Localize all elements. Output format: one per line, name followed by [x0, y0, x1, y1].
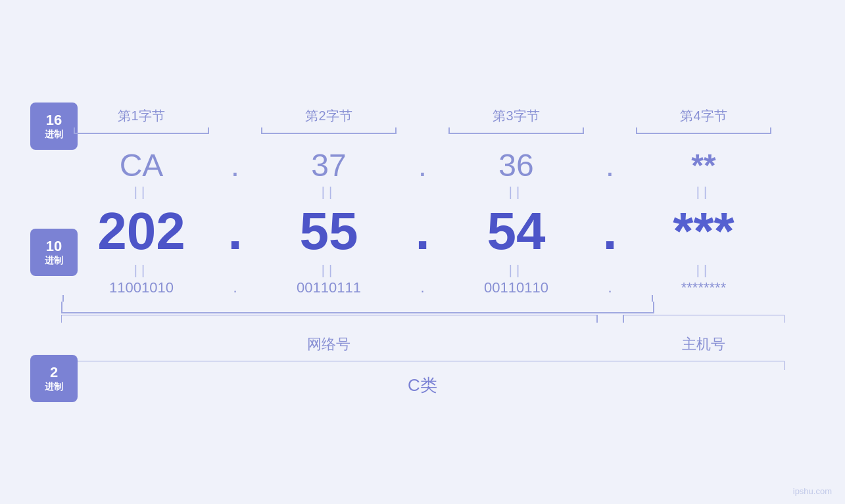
dec-dot1: . — [222, 201, 249, 262]
eq2-b4: || — [623, 263, 785, 278]
dec-dot2: . — [410, 201, 436, 262]
hex-dot3: . — [597, 147, 623, 183]
page-wrapper: 16 进制 10 进制 2 进制 第1字节 第2字节 — [0, 0, 845, 504]
class-label: C类 — [61, 374, 785, 397]
eq1-b3: || — [436, 185, 597, 200]
col-header-byte3: 第3字节 — [436, 107, 597, 138]
col-sep3 — [597, 107, 623, 138]
hex-b4: ** — [623, 147, 785, 183]
dec-label: 10 进制 — [30, 229, 78, 276]
col-header-byte1: 第1字节 — [61, 107, 222, 138]
hex-b2: 37 — [249, 147, 410, 183]
col-sep1 — [222, 107, 249, 138]
hex-dot1: . — [222, 147, 249, 183]
bin-b3: 00110110 — [436, 279, 597, 296]
dec-b2: 55 — [249, 201, 410, 262]
hex-b3: 36 — [436, 147, 597, 183]
eq2-b1: || — [61, 263, 222, 278]
watermark: ipshu.com — [793, 486, 832, 496]
bin-dot3: . — [597, 279, 623, 296]
bin-dot1: . — [222, 279, 249, 296]
bin-dot2: . — [410, 279, 436, 296]
eq2-b2: || — [249, 263, 410, 278]
eq1-b2: || — [249, 185, 410, 200]
eq1-b1: || — [61, 185, 222, 200]
host-label: 主机号 — [623, 334, 785, 354]
network-label: 网络号 — [61, 334, 597, 354]
hex-b1: CA — [61, 147, 222, 183]
bin-label: 2 进制 — [30, 355, 78, 402]
hex-dot2: . — [410, 147, 436, 183]
bin-b1: 11001010 — [61, 279, 222, 296]
dec-b3: 54 — [436, 201, 597, 262]
eq2-b3: || — [436, 263, 597, 278]
bin-b4: ******** — [623, 279, 785, 296]
col-header-byte4: 第4字节 — [623, 107, 785, 138]
col-header-byte2: 第2字节 — [249, 107, 410, 138]
bin-b2: 00110111 — [249, 279, 410, 296]
dec-b4: *** — [623, 201, 785, 262]
col-sep2 — [410, 107, 436, 138]
dec-dot3: . — [597, 201, 623, 262]
eq1-b4: || — [623, 185, 785, 200]
dec-b1: 202 — [61, 201, 222, 262]
